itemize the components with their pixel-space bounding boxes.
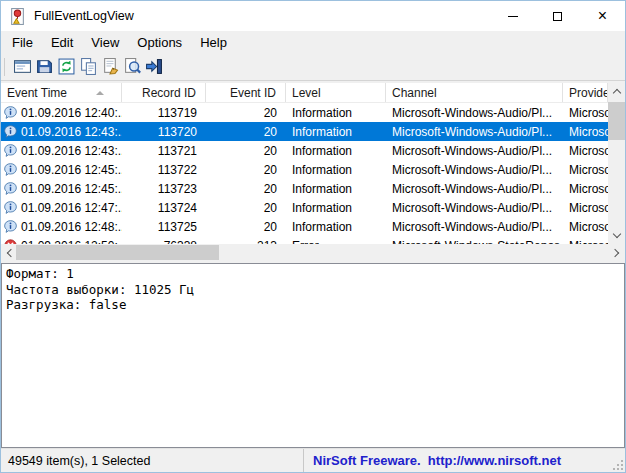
copy-button[interactable]	[77, 55, 99, 79]
level-icon	[4, 182, 17, 195]
sort-ascending-icon	[96, 91, 104, 95]
event-id-cell: 20	[206, 201, 286, 215]
save-icon	[36, 58, 53, 75]
record-id-cell: 113725	[122, 220, 206, 234]
nirsoft-freeware-link[interactable]: NirSoft Freeware. http://www.nirsoft.net	[303, 449, 625, 472]
find-button[interactable]	[121, 55, 143, 79]
level-icon	[4, 220, 17, 233]
details-line: Формат: 1	[6, 266, 620, 282]
provider-cell: Microsoft-Win	[563, 163, 608, 177]
column-header-provider[interactable]: Provider	[563, 83, 608, 102]
scroll-down-button[interactable]	[608, 227, 625, 244]
record-id-cell: 113721	[122, 144, 206, 158]
vertical-scrollbar-thumb[interactable]	[608, 102, 625, 140]
level-cell: Information	[286, 220, 386, 234]
level-cell: Information	[286, 163, 386, 177]
minimize-icon	[508, 16, 518, 17]
refresh-button[interactable]	[55, 55, 77, 79]
event-time-cell: 01.09.2016 12:48:...	[21, 220, 122, 234]
properties-icon	[102, 58, 119, 75]
menu-view[interactable]: View	[82, 33, 128, 52]
save-button[interactable]	[33, 55, 55, 79]
status-items-count: 49549 item(s), 1 Selected	[1, 449, 303, 472]
menu-edit[interactable]: Edit	[42, 33, 82, 52]
horizontal-scrollbar[interactable]	[1, 244, 625, 261]
chevron-right-icon	[611, 248, 619, 256]
event-id-cell: 20	[206, 144, 286, 158]
table-row[interactable]: 01.09.2016 12:45:... 113723 20 Informati…	[1, 179, 608, 198]
window-icon	[14, 58, 31, 75]
level-cell: Information	[286, 106, 386, 120]
exit-icon	[146, 58, 163, 75]
refresh-icon	[58, 58, 75, 75]
table-row[interactable]: 01.09.2016 12:47:... 113724 20 Informati…	[1, 198, 608, 217]
exit-button[interactable]	[143, 55, 165, 79]
vertical-scrollbar[interactable]	[608, 83, 625, 244]
provider-cell: Microsoft-Win	[563, 125, 608, 139]
event-time-cell: 01.09.2016 12:45:...	[21, 182, 122, 196]
table-row[interactable]: 01.09.2016 12:48:... 113725 20 Informati…	[1, 217, 608, 236]
details-line: Разгрузка: false	[6, 297, 620, 313]
minimize-button[interactable]	[490, 1, 535, 31]
provider-cell: Microsoft-Win	[563, 201, 608, 215]
column-header-event-id[interactable]: Event ID	[206, 83, 286, 102]
table-body: 01.09.2016 12:40:... 113719 20 Informati…	[1, 103, 608, 244]
channel-cell: Microsoft-Windows-Audio/Pl...	[386, 163, 563, 177]
event-time-cell: 01.09.2016 12:43:...	[21, 125, 122, 139]
app-icon	[9, 8, 26, 25]
record-id-cell: 113720	[122, 125, 206, 139]
event-list: Event Time Record ID Event ID Level Chan…	[1, 83, 625, 261]
table-row[interactable]: 01.09.2016 12:45:... 113722 20 Informati…	[1, 160, 608, 179]
properties-button[interactable]	[99, 55, 121, 79]
level-cell: Information	[286, 125, 386, 139]
menu-options[interactable]: Options	[128, 33, 191, 52]
level-icon	[4, 201, 17, 214]
details-pane[interactable]: Формат: 1Частота выборки: 11025 ГцРазгру…	[1, 263, 625, 448]
scroll-right-button[interactable]	[608, 244, 625, 261]
table-row[interactable]: 01.09.2016 12:43:... 113720 20 Informati…	[1, 122, 608, 141]
event-id-cell: 20	[206, 125, 286, 139]
details-line: Частота выборки: 11025 Гц	[6, 282, 620, 298]
record-id-cell: 113723	[122, 182, 206, 196]
level-icon	[4, 163, 17, 176]
table-row[interactable]: 01.09.2016 12:40:... 113719 20 Informati…	[1, 103, 608, 122]
level-icon	[4, 106, 17, 119]
scroll-up-button[interactable]	[608, 83, 625, 100]
app-window: FullEventLogView × File Edit View Option…	[0, 0, 626, 473]
chevron-left-icon	[7, 248, 15, 256]
menu-help[interactable]: Help	[191, 33, 236, 52]
title-bar: FullEventLogView ×	[1, 1, 625, 31]
record-id-cell: 113719	[122, 106, 206, 120]
column-header-record-id[interactable]: Record ID	[122, 83, 206, 102]
resize-grip[interactable]	[613, 460, 623, 470]
copy-icon	[80, 58, 97, 75]
chevron-down-icon	[612, 230, 620, 238]
provider-cell: Microsoft-Win	[563, 182, 608, 196]
record-id-cell: 113724	[122, 201, 206, 215]
column-header-channel[interactable]: Channel	[386, 83, 563, 102]
maximize-icon	[553, 12, 562, 21]
table-row[interactable]: 01.09.2016 12:43:... 113721 20 Informati…	[1, 141, 608, 160]
choose-data-source-button[interactable]	[11, 55, 33, 79]
horizontal-scrollbar-thumb[interactable]	[16, 245, 219, 260]
table-row[interactable]: 01.09.2016 12:50:... 76338 213 Error Mic…	[1, 236, 608, 244]
channel-cell: Microsoft-Windows-Audio/Pl...	[386, 220, 563, 234]
close-button[interactable]: ×	[580, 1, 625, 31]
column-header-level[interactable]: Level	[286, 83, 386, 102]
menu-file[interactable]: File	[3, 33, 42, 52]
toolbar-gripper	[4, 58, 5, 76]
chevron-up-icon	[612, 89, 620, 97]
event-id-cell: 20	[206, 182, 286, 196]
event-time-cell: 01.09.2016 12:45:...	[21, 163, 122, 177]
event-id-cell: 20	[206, 220, 286, 234]
level-icon	[4, 125, 17, 138]
channel-cell: Microsoft-Windows-Audio/Pl...	[386, 125, 563, 139]
maximize-button[interactable]	[535, 1, 580, 31]
window-title: FullEventLogView	[34, 9, 134, 23]
level-cell: Information	[286, 144, 386, 158]
toolbar	[1, 53, 625, 81]
provider-cell: Microsoft-Win	[563, 220, 608, 234]
channel-cell: Microsoft-Windows-Audio/Pl...	[386, 106, 563, 120]
menu-bar: File Edit View Options Help	[1, 31, 625, 53]
event-time-cell: 01.09.2016 12:47:...	[21, 201, 122, 215]
